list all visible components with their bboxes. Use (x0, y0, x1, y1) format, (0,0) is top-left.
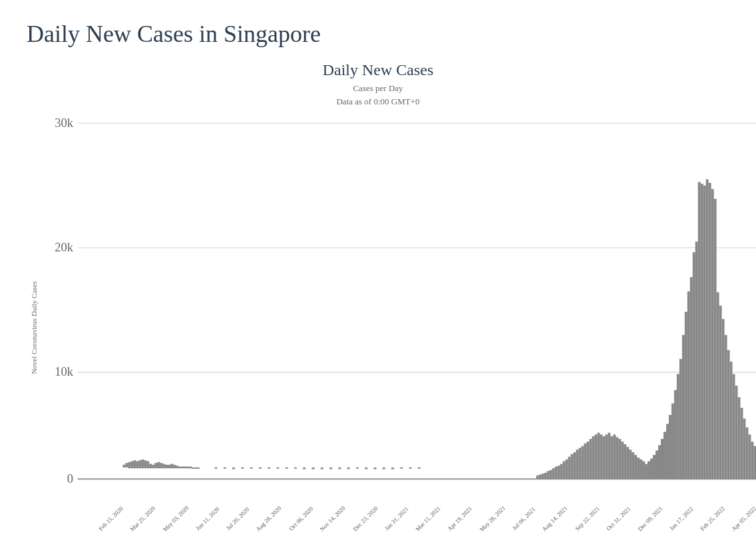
svg-rect-13 (130, 461, 133, 468)
svg-rect-11 (125, 463, 128, 468)
svg-rect-89 (605, 434, 608, 479)
svg-rect-38 (197, 468, 200, 469)
svg-rect-114 (671, 404, 674, 479)
chart-svg-container: 30k 20k 10k 0 (38, 114, 756, 488)
svg-rect-98 (629, 450, 632, 479)
svg-rect-27 (168, 465, 170, 468)
svg-rect-120 (687, 291, 690, 479)
svg-rect-64 (539, 475, 542, 479)
svg-rect-67 (547, 471, 550, 479)
page-title: Daily New Cases in Singapore (27, 20, 729, 48)
main-chart-svg: 30k 20k 10k 0 (38, 114, 756, 488)
svg-rect-46 (276, 468, 279, 469)
svg-rect-143 (748, 434, 751, 479)
svg-rect-129 (711, 189, 714, 479)
svg-rect-88 (602, 436, 605, 479)
svg-rect-93 (616, 437, 618, 479)
svg-rect-57 (374, 468, 377, 470)
y-axis-label: Novel Coronavirus Daily Cases (27, 114, 38, 541)
chart-title: Daily New Cases (323, 61, 434, 79)
svg-rect-141 (743, 418, 745, 479)
svg-rect-130 (714, 199, 717, 479)
svg-rect-81 (584, 444, 586, 479)
svg-rect-91 (610, 436, 613, 479)
svg-rect-29 (173, 465, 176, 468)
svg-rect-86 (597, 433, 600, 479)
svg-rect-70 (555, 467, 558, 479)
svg-rect-116 (677, 374, 679, 479)
svg-rect-25 (162, 464, 165, 469)
svg-rect-96 (624, 444, 626, 479)
svg-rect-49 (303, 468, 305, 470)
svg-rect-107 (653, 455, 656, 479)
svg-rect-131 (717, 292, 719, 479)
svg-text:0: 0 (67, 472, 73, 485)
svg-rect-41 (232, 468, 235, 470)
svg-rect-103 (642, 461, 645, 479)
svg-rect-100 (634, 455, 637, 479)
svg-rect-73 (563, 461, 566, 479)
svg-rect-31 (178, 467, 181, 469)
chart-wrapper: Daily New Cases Cases per Day Data as of… (27, 55, 729, 542)
svg-rect-42 (241, 468, 244, 469)
bars-early-2020 (122, 460, 420, 470)
svg-rect-10 (122, 465, 125, 468)
bars-omicron-1 (642, 180, 756, 479)
svg-rect-56 (365, 468, 367, 470)
svg-rect-36 (192, 468, 194, 469)
svg-rect-50 (312, 468, 315, 470)
svg-rect-77 (574, 452, 576, 479)
svg-rect-52 (329, 468, 332, 470)
svg-rect-115 (674, 390, 677, 479)
chart-area: Novel Coronavirus Daily Cases 30k 20k 10… (27, 114, 729, 541)
bars-delta-wave (536, 433, 642, 479)
svg-rect-137 (733, 374, 735, 479)
svg-rect-109 (658, 445, 661, 479)
svg-rect-102 (640, 460, 642, 479)
svg-rect-90 (608, 433, 610, 479)
svg-rect-61 (409, 468, 412, 469)
svg-rect-82 (586, 442, 589, 479)
svg-rect-51 (321, 468, 323, 470)
svg-rect-87 (600, 434, 602, 479)
svg-rect-127 (706, 180, 709, 479)
svg-rect-62 (418, 468, 421, 469)
svg-rect-95 (621, 442, 624, 479)
svg-rect-15 (136, 461, 138, 468)
svg-rect-43 (250, 468, 253, 469)
page-container: Daily New Cases in Singapore Daily New C… (0, 0, 756, 542)
svg-rect-18 (144, 460, 146, 468)
svg-rect-26 (165, 465, 168, 468)
svg-rect-60 (400, 468, 403, 469)
svg-rect-113 (669, 415, 671, 479)
svg-rect-17 (141, 460, 144, 468)
svg-rect-99 (632, 452, 634, 479)
svg-rect-140 (740, 408, 743, 479)
svg-rect-19 (146, 461, 149, 468)
svg-rect-101 (637, 458, 640, 479)
svg-rect-97 (626, 447, 629, 479)
svg-rect-44 (259, 468, 262, 469)
svg-rect-133 (722, 319, 725, 479)
svg-rect-30 (176, 466, 178, 468)
svg-rect-71 (558, 466, 560, 479)
svg-rect-47 (285, 468, 288, 469)
svg-text:20k: 20k (55, 240, 74, 254)
chart-subtitle: Cases per Day Data as of 0:00 GMT+0 (336, 82, 419, 108)
svg-rect-74 (566, 460, 568, 479)
svg-rect-80 (582, 446, 584, 479)
svg-rect-135 (727, 350, 730, 479)
svg-rect-121 (690, 277, 693, 479)
svg-rect-66 (544, 473, 547, 479)
svg-rect-128 (709, 183, 711, 479)
svg-rect-59 (391, 468, 394, 470)
svg-rect-33 (184, 467, 186, 469)
svg-rect-126 (703, 186, 706, 479)
svg-rect-28 (170, 464, 173, 469)
svg-rect-45 (268, 468, 270, 469)
svg-rect-24 (160, 463, 162, 468)
svg-rect-136 (730, 362, 733, 479)
chart-inner: 30k 20k 10k 0 (38, 114, 756, 541)
svg-rect-108 (656, 450, 658, 479)
svg-rect-94 (618, 439, 621, 479)
